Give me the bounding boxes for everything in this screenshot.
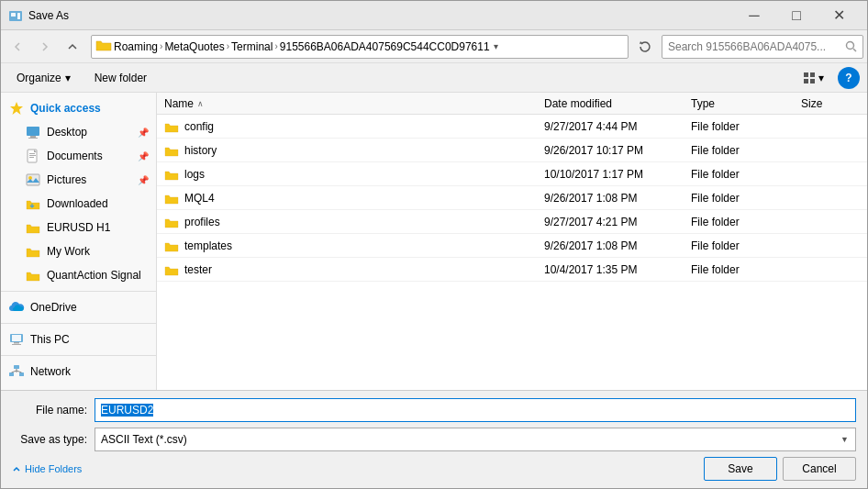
downloaded-label: Downloaded xyxy=(47,197,108,210)
file-date: 9/27/2017 4:21 PM xyxy=(537,216,684,228)
file-type: File folder xyxy=(684,192,794,205)
file-name: config xyxy=(184,120,214,133)
table-row[interactable]: config 9/27/2017 4:44 PM File folder xyxy=(157,115,867,139)
search-box[interactable] xyxy=(662,35,863,59)
sidebar-item-network[interactable]: Network xyxy=(1,360,156,383)
svg-rect-1 xyxy=(11,13,16,17)
up-button[interactable] xyxy=(60,34,85,60)
folder-icon xyxy=(164,239,179,253)
sidebar-quick-access[interactable]: Quick access xyxy=(1,96,156,120)
svg-rect-6 xyxy=(810,72,815,77)
desktop-pin-icon: 📌 xyxy=(138,128,149,138)
save-button[interactable]: Save xyxy=(704,457,777,481)
pictures-pin-icon: 📌 xyxy=(138,175,149,185)
svg-line-27 xyxy=(12,371,17,372)
sidebar-item-onedrive[interactable]: OneDrive xyxy=(1,295,156,319)
search-input[interactable] xyxy=(668,40,845,53)
dialog-icon xyxy=(8,8,23,23)
documents-icon xyxy=(25,148,41,164)
back-button[interactable] xyxy=(5,34,30,60)
breadcrumb-id[interactable]: 915566BA06ADA407569C544CC0D97611 xyxy=(280,40,490,53)
navigation-toolbar: Roaming › MetaQuotes › Terminal › 915566… xyxy=(1,30,867,63)
network-label: Network xyxy=(30,365,71,378)
view-icon xyxy=(803,72,816,84)
refresh-button[interactable] xyxy=(634,36,656,58)
file-name: templates xyxy=(184,239,232,252)
breadcrumb-metaquotes[interactable]: MetaQuotes xyxy=(164,40,224,53)
sidebar-item-pictures[interactable]: Pictures 📌 xyxy=(1,168,156,192)
table-row[interactable]: MQL4 9/26/2017 1:08 PM File folder xyxy=(157,186,867,210)
col-date-header[interactable]: Date modified xyxy=(537,97,684,110)
sidebar-item-desktop[interactable]: Desktop 📌 xyxy=(1,120,156,144)
svg-line-28 xyxy=(17,371,22,372)
onedrive-label: OneDrive xyxy=(30,301,77,314)
view-button[interactable]: ▾ xyxy=(796,67,830,89)
breadcrumb-sep-2: › xyxy=(227,41,229,51)
quantaction-folder-icon xyxy=(25,267,41,283)
dialog-title: Save As xyxy=(28,9,733,22)
breadcrumb: Roaming › MetaQuotes › Terminal › 915566… xyxy=(114,40,624,53)
documents-pin-icon: 📌 xyxy=(138,151,149,161)
svg-rect-16 xyxy=(29,157,34,158)
cancel-button[interactable]: Cancel xyxy=(783,457,856,481)
svg-rect-24 xyxy=(9,372,14,376)
svg-rect-22 xyxy=(12,344,21,345)
eurusd-folder-icon xyxy=(25,219,41,236)
table-row[interactable]: logs 10/10/2017 1:17 PM File folder xyxy=(157,162,867,186)
svg-rect-20 xyxy=(12,335,21,341)
sidebar-separator-3 xyxy=(1,355,156,356)
breadcrumb-sep-1: › xyxy=(160,41,162,51)
col-name-header[interactable]: Name ∧ xyxy=(157,97,537,110)
svg-rect-7 xyxy=(804,79,808,83)
organize-label: Organize xyxy=(17,72,61,84)
file-name-cell: MQL4 xyxy=(157,191,537,206)
new-folder-button[interactable]: New folder xyxy=(86,67,155,89)
hide-folders-toggle[interactable]: Hide Folders xyxy=(12,463,82,474)
table-row[interactable]: tester 10/4/2017 1:35 PM File folder xyxy=(157,258,867,282)
breadcrumb-roaming[interactable]: Roaming xyxy=(114,40,158,53)
file-date: 9/26/2017 1:08 PM xyxy=(537,192,684,205)
hide-folders-label: Hide Folders xyxy=(25,463,82,474)
svg-rect-23 xyxy=(14,365,19,369)
sidebar: Quick access Desktop 📌 xyxy=(1,93,157,390)
file-name: profiles xyxy=(184,216,220,228)
col-size-header[interactable]: Size xyxy=(794,97,867,110)
maximize-button[interactable]: □ xyxy=(775,1,818,30)
savetype-label: Save as type: xyxy=(12,433,95,446)
desktop-icon xyxy=(25,124,41,140)
save-as-dialog: Save As ─ □ ✕ Roaming › MetaQ xyxy=(0,0,868,489)
minimize-button[interactable]: ─ xyxy=(733,1,775,30)
sidebar-item-thispc[interactable]: This PC xyxy=(1,328,156,351)
main-toolbar: Organize ▾ New folder ▾ ? xyxy=(1,63,867,93)
file-date: 9/26/2017 1:08 PM xyxy=(537,239,684,252)
desktop-label: Desktop xyxy=(47,126,87,139)
breadcrumb-terminal[interactable]: Terminal xyxy=(231,40,273,53)
table-row[interactable]: profiles 9/27/2017 4:21 PM File folder xyxy=(157,210,867,234)
file-type: File folder xyxy=(684,263,794,276)
breadcrumb-expand-icon[interactable]: ▾ xyxy=(494,41,498,51)
file-type: File folder xyxy=(684,120,794,133)
search-icon xyxy=(845,40,857,52)
close-button[interactable]: ✕ xyxy=(818,1,860,30)
organize-button[interactable]: Organize ▾ xyxy=(8,67,79,89)
filename-row: File name: xyxy=(12,398,856,422)
savetype-select[interactable]: ASCII Text (*.csv)CSV (Comma delimited) … xyxy=(95,428,856,451)
address-bar[interactable]: Roaming › MetaQuotes › Terminal › 915566… xyxy=(91,35,629,59)
file-name: MQL4 xyxy=(184,192,215,205)
col-type-header[interactable]: Type xyxy=(684,97,794,110)
mywork-folder-icon xyxy=(25,243,41,260)
sort-arrow-icon: ∧ xyxy=(197,99,204,108)
file-rows-container: config 9/27/2017 4:44 PM File folder his… xyxy=(157,115,867,282)
svg-line-4 xyxy=(853,49,856,51)
sidebar-item-quantaction[interactable]: QuantAction Signal xyxy=(1,263,156,287)
sidebar-item-downloaded[interactable]: Downloaded xyxy=(1,192,156,216)
sidebar-item-mywork[interactable]: My Work xyxy=(1,239,156,263)
sidebar-item-documents[interactable]: Documents 📌 xyxy=(1,144,156,168)
table-row[interactable]: templates 9/26/2017 1:08 PM File folder xyxy=(157,234,867,258)
forward-button[interactable] xyxy=(32,34,58,60)
filename-input[interactable] xyxy=(95,398,856,422)
onedrive-icon xyxy=(8,299,25,316)
sidebar-item-eurusd[interactable]: EURUSD H1 xyxy=(1,216,156,239)
table-row[interactable]: history 9/26/2017 10:17 PM File folder xyxy=(157,139,867,162)
help-button[interactable]: ? xyxy=(838,67,860,89)
